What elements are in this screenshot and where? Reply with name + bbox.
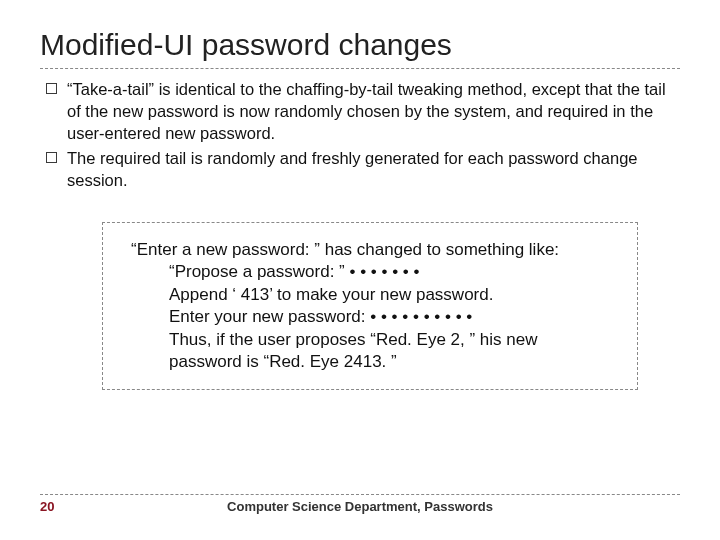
checkbox-icon bbox=[46, 83, 57, 94]
bullet-text: The required tail is randomly and freshl… bbox=[67, 148, 680, 192]
checkbox-icon bbox=[46, 152, 57, 163]
page-number: 20 bbox=[40, 499, 80, 514]
example-line: Thus, if the user proposes “Red. Eye 2, … bbox=[131, 329, 615, 351]
example-box-wrap: “Enter a new password: ” has changed to … bbox=[102, 222, 638, 391]
title-rule bbox=[40, 68, 680, 69]
footer: 20 Computer Science Department, Password… bbox=[40, 494, 680, 514]
example-line: Enter your new password: • • • • • • • •… bbox=[131, 306, 615, 328]
slide: Modified-UI password changes “Take-a-tai… bbox=[0, 0, 720, 540]
footer-dept: Computer Science Department, Passwords bbox=[80, 499, 640, 514]
footer-rule bbox=[40, 494, 680, 495]
example-line: password is “Red. Eye 2413. ” bbox=[131, 351, 615, 373]
example-line: “Propose a password: ” • • • • • • • bbox=[131, 261, 615, 283]
bullet-item: “Take-a-tail” is identical to the chaffi… bbox=[40, 79, 680, 144]
footer-row: 20 Computer Science Department, Password… bbox=[40, 499, 680, 514]
bullet-list: “Take-a-tail” is identical to the chaffi… bbox=[40, 79, 680, 192]
example-line: Append ‘ 413’ to make your new password. bbox=[131, 284, 615, 306]
example-box: “Enter a new password: ” has changed to … bbox=[102, 222, 638, 391]
slide-title: Modified-UI password changes bbox=[40, 28, 680, 62]
bullet-text: “Take-a-tail” is identical to the chaffi… bbox=[67, 79, 680, 144]
bullet-item: The required tail is randomly and freshl… bbox=[40, 148, 680, 192]
example-intro: “Enter a new password: ” has changed to … bbox=[131, 239, 615, 261]
